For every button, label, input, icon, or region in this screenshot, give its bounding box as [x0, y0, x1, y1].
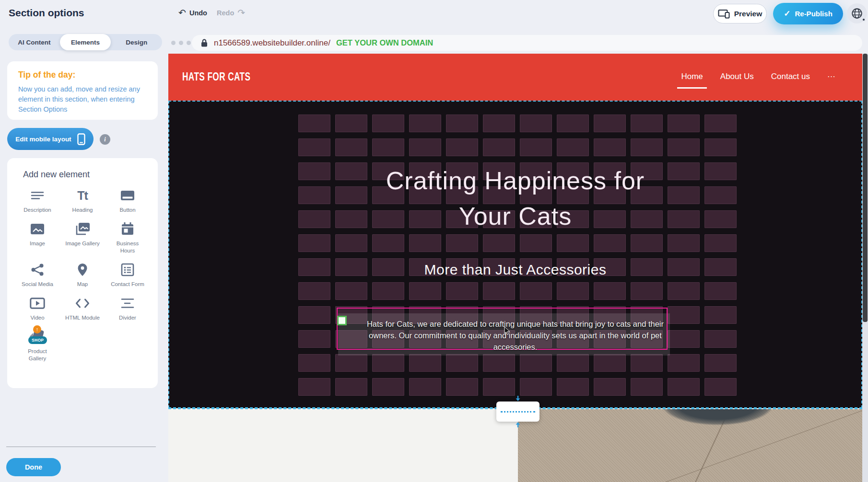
calendar-icon: [121, 221, 134, 237]
element-divider[interactable]: Divider: [105, 296, 150, 321]
element-social-media[interactable]: Social Media: [15, 262, 60, 288]
product-gallery-icon: ↑ SHOP: [24, 329, 50, 344]
element-business-hours[interactable]: Business Hours: [105, 221, 150, 254]
tab-ai-content[interactable]: AI Content: [9, 34, 60, 50]
image-icon: [30, 221, 45, 237]
video-icon: [30, 296, 45, 311]
hero-section-selected[interactable]: Crafting Happiness for Your Cats More th…: [168, 101, 862, 408]
element-image[interactable]: Image: [15, 221, 60, 254]
hero-paragraph[interactable]: Hats for Cats, we are dedicated to craft…: [353, 318, 678, 353]
page-title: Section options: [9, 7, 84, 19]
element-image-gallery[interactable]: Image Gallery: [60, 221, 105, 254]
redo-label: Redo: [217, 9, 234, 17]
element-grid: Description Tt Heading Button: [15, 188, 150, 362]
nav-more-icon[interactable]: ···: [827, 72, 835, 87]
edit-mobile-layout-button[interactable]: Edit mobile layout: [7, 128, 94, 150]
preview-label: Preview: [734, 10, 762, 18]
shop-badge: SHOP: [28, 336, 47, 344]
check-icon: ✓: [784, 9, 790, 19]
image-gallery-icon: [75, 221, 90, 237]
edit-mobile-label: Edit mobile layout: [15, 136, 71, 143]
heading-icon: Tt: [77, 188, 88, 203]
nav-about-us[interactable]: About Us: [720, 72, 754, 87]
undo-button[interactable]: ↶ Undo: [178, 7, 207, 18]
hero-subtitle[interactable]: More than Just Accessories: [169, 262, 861, 278]
tip-of-the-day-card: Tip of the day: Now you can add, move an…: [7, 61, 158, 120]
republish-button[interactable]: ✓ Re-Publish: [773, 3, 843, 24]
element-map[interactable]: Map: [60, 262, 105, 288]
mouse-cursor: [504, 327, 511, 335]
done-button[interactable]: Done: [6, 458, 61, 476]
window-controls: [171, 41, 191, 45]
upgrade-badge-icon: ↑: [33, 325, 41, 333]
republish-label: Re-Publish: [795, 10, 832, 18]
info-button[interactable]: i: [100, 134, 110, 145]
preview-button[interactable]: Preview: [713, 4, 767, 23]
site-nav: Home About Us Contact us ···: [681, 72, 835, 89]
tip-heading: Tip of the day:: [18, 70, 75, 80]
address-bar[interactable]: n1566589.websitebuilder.online/ GET YOUR…: [192, 35, 862, 51]
drag-handle[interactable]: [337, 316, 347, 325]
nav-contact-us[interactable]: Contact us: [771, 72, 810, 87]
devices-icon: [718, 9, 730, 19]
site-preview: HATS FOR CATS Home About Us Contact us ·…: [168, 54, 862, 482]
add-element-title: Add new element: [23, 170, 90, 180]
get-domain-link[interactable]: GET YOUR OWN DOMAIN: [336, 38, 433, 47]
panel-tabs: AI Content Elements Design: [9, 34, 162, 50]
add-element-card: Add new element Description Tt Heading: [7, 158, 158, 388]
section-resize-handle[interactable]: [496, 402, 540, 422]
phone-icon: [77, 133, 85, 145]
redo-icon: ↷: [237, 7, 245, 18]
element-description[interactable]: Description: [15, 188, 60, 214]
scrollbar-thumb[interactable]: [863, 54, 868, 322]
element-button[interactable]: Button: [105, 188, 150, 214]
text-lines-icon: [31, 188, 44, 203]
undo-icon: ↶: [178, 7, 186, 18]
element-contact-form[interactable]: Contact Form: [105, 262, 150, 288]
element-product-gallery[interactable]: ↑ SHOP Product Gallery: [15, 329, 60, 362]
tab-elements[interactable]: Elements: [60, 34, 111, 50]
lock-icon: [200, 38, 208, 47]
code-icon: [75, 296, 90, 311]
button-icon: [120, 188, 135, 203]
nav-home[interactable]: Home: [677, 72, 706, 89]
site-url: n1566589.websitebuilder.online/: [214, 38, 330, 48]
scrollbar-track[interactable]: [862, 54, 868, 482]
map-pin-icon: [77, 262, 88, 277]
element-video[interactable]: Video: [15, 296, 60, 321]
redo-button[interactable]: Redo ↷: [217, 7, 245, 18]
panel-divider: [6, 447, 156, 447]
site-logo: HATS FOR CATS: [182, 70, 250, 83]
pavement-photo: [518, 409, 862, 482]
share-icon: [31, 262, 44, 277]
globe-icon: [851, 7, 863, 20]
hero-heading[interactable]: Crafting Happiness for Your Cats: [357, 163, 674, 234]
divider-icon: [121, 296, 134, 311]
resize-dash-line: [501, 411, 535, 413]
undo-label: Undo: [189, 9, 207, 17]
globe-badge: [862, 18, 866, 22]
tab-design[interactable]: Design: [111, 34, 162, 50]
element-html-module[interactable]: HTML Module: [60, 296, 105, 321]
tip-body: Now you can add, move and resize any ele…: [18, 84, 146, 115]
next-section-blank: [168, 409, 518, 482]
language-globe-button[interactable]: [847, 3, 867, 23]
site-header: HATS FOR CATS Home About Us Contact us ·…: [168, 54, 862, 101]
contact-form-icon: [121, 262, 134, 277]
element-heading[interactable]: Tt Heading: [60, 188, 105, 214]
website-builder-app: Section options ↶ Undo Redo ↷ Preview ✓ …: [0, 0, 868, 482]
